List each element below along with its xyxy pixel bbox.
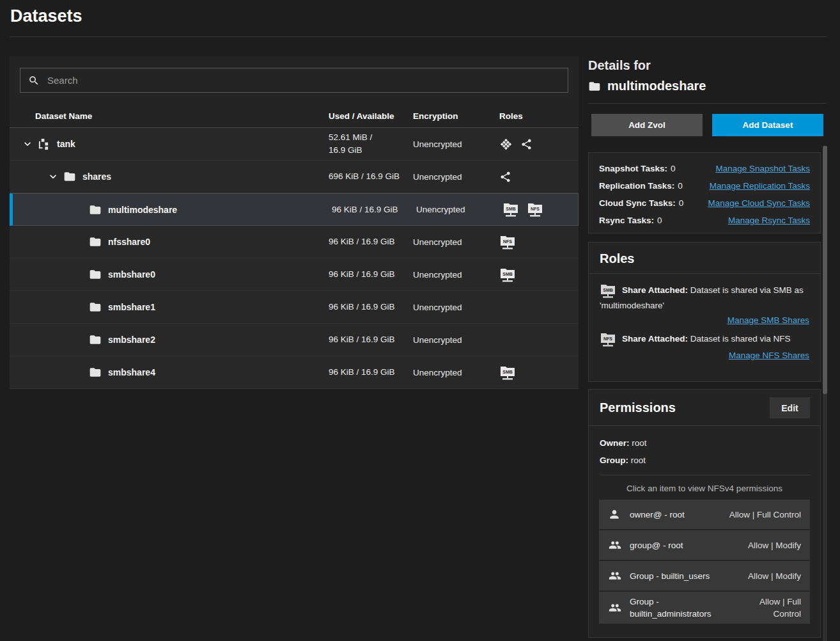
table-row[interactable]: smbshare496 KiB / 16.9 GiBUnencryptedSMB xyxy=(10,356,579,389)
dataset-name-cell: smbshare2 xyxy=(10,333,329,346)
expand-chevron-icon[interactable] xyxy=(45,170,61,183)
encryption-cell: Unencrypted xyxy=(416,205,502,214)
dataset-name: smbshare0 xyxy=(108,269,155,280)
task-row: Replication Tasks:0Manage Replication Ta… xyxy=(599,177,810,194)
role-manage-link[interactable]: Manage NFS Shares xyxy=(729,351,809,360)
share-icon xyxy=(520,138,533,150)
datasets-panel: Dataset Name Used / Available Encryption… xyxy=(10,56,579,389)
folder-icon xyxy=(89,333,102,346)
search-icon xyxy=(28,75,40,86)
search-input[interactable] xyxy=(47,75,560,86)
dataset-name: multimodeshare xyxy=(108,205,177,215)
smb-share-icon: SMB xyxy=(600,283,616,299)
apps-icon xyxy=(499,138,513,151)
task-label: Snapshot Tasks:0 xyxy=(599,164,676,173)
table-row[interactable]: multimodeshare96 KiB / 16.9 GiBUnencrypt… xyxy=(10,193,579,226)
dataset-name: tank xyxy=(57,139,75,149)
details-divider xyxy=(588,103,827,104)
role-label: Share Attached: xyxy=(622,334,688,344)
roles-cell: NFS xyxy=(499,234,579,250)
svg-text:SMB: SMB xyxy=(506,207,516,211)
permission-entry[interactable]: group@ - rootAllow | Modify xyxy=(599,530,810,560)
details-scrollbar-track[interactable] xyxy=(823,146,827,641)
group-line: Group: root xyxy=(589,448,820,465)
dataset-name: smbshare2 xyxy=(108,335,155,345)
add-zvol-button[interactable]: Add Zvol xyxy=(591,114,703,136)
roles-cell xyxy=(499,171,579,183)
used-available-cell: 52.61 MiB / 16.9 GiB xyxy=(329,131,390,157)
encryption-cell: Unencrypted xyxy=(413,303,499,312)
owner-label: Owner: xyxy=(600,438,630,448)
people-icon xyxy=(608,569,623,582)
folder-icon xyxy=(89,301,102,313)
roles-title: Roles xyxy=(600,251,634,266)
used-available-cell: 696 KiB / 16.9 GiB xyxy=(329,170,413,183)
folder-icon xyxy=(588,80,601,93)
permissions-title: Permissions xyxy=(600,400,676,415)
svg-text:NFS: NFS xyxy=(503,239,512,243)
permission-who: Group - builtin_administrators xyxy=(630,596,735,620)
dataset-root-icon xyxy=(38,138,51,150)
people-icon xyxy=(608,539,623,551)
permission-access: Allow | Full Control xyxy=(729,509,801,521)
expand-chevron-icon[interactable] xyxy=(20,138,35,150)
details-scrollbar-thumb[interactable] xyxy=(823,146,827,394)
table-row[interactable]: smbshare096 KiB / 16.9 GiBUnencryptedSMB xyxy=(10,258,579,291)
table-row[interactable]: tank52.61 MiB / 16.9 GiBUnencrypted xyxy=(10,128,579,161)
used-available-cell: 96 KiB / 16.9 GiB xyxy=(332,203,416,216)
permission-who: group@ - root xyxy=(630,539,748,551)
svg-text:SMB: SMB xyxy=(502,271,513,276)
dataset-name: shares xyxy=(82,171,111,182)
dataset-tree: tank52.61 MiB / 16.9 GiBUnencryptedshare… xyxy=(10,128,579,389)
folder-icon xyxy=(89,268,102,281)
permission-entry[interactable]: owner@ - rootAllow | Full Control xyxy=(599,500,810,529)
folder-icon xyxy=(89,366,102,379)
table-row[interactable]: shares696 KiB / 16.9 GiBUnencrypted xyxy=(10,161,579,193)
task-manage-link[interactable]: Manage Rsync Tasks xyxy=(728,216,810,225)
smb-share-icon: SMB xyxy=(499,365,516,381)
table-row[interactable]: smbshare196 KiB / 16.9 GiBUnencrypted xyxy=(10,291,579,324)
roles-cell: SMBNFS xyxy=(502,202,582,218)
dataset-name-cell: multimodeshare xyxy=(13,203,332,216)
encryption-cell: Unencrypted xyxy=(413,270,499,280)
permission-who: Group - builtin_users xyxy=(630,570,748,582)
details-dataset-name: multimodeshare xyxy=(607,79,706,93)
encryption-cell: Unencrypted xyxy=(413,237,499,247)
svg-text:SMB: SMB xyxy=(603,288,613,292)
folder-icon xyxy=(89,203,102,216)
task-manage-link[interactable]: Manage Cloud Sync Tasks xyxy=(708,198,810,208)
used-available-cell: 96 KiB / 16.9 GiB xyxy=(329,333,413,346)
task-manage-link[interactable]: Manage Replication Tasks xyxy=(710,181,810,191)
search-box[interactable] xyxy=(20,68,568,93)
role-manage-link[interactable]: Manage SMB Shares xyxy=(727,315,809,325)
table-row[interactable]: smbshare296 KiB / 16.9 GiBUnencrypted xyxy=(10,324,579,356)
permission-who: owner@ - root xyxy=(630,509,729,521)
nfs-share-icon: NFS xyxy=(499,234,516,250)
table-row[interactable]: nfsshare096 KiB / 16.9 GiBUnencryptedNFS xyxy=(10,226,579,258)
column-header-dataset-name: Dataset Name xyxy=(10,111,329,121)
share-icon xyxy=(499,171,511,183)
permission-entry[interactable]: Group - builtin_usersAllow | Modify xyxy=(599,561,810,590)
details-panel: Details for multimodeshare Add Zvol Add … xyxy=(588,56,827,641)
dataset-name-cell: tank xyxy=(10,138,329,150)
used-available-cell: 96 KiB / 16.9 GiB xyxy=(329,268,413,281)
svg-text:NFS: NFS xyxy=(603,336,612,341)
permissions-divider xyxy=(600,475,809,475)
group-value: root xyxy=(631,455,646,465)
task-row: Cloud Sync Tasks:0Manage Cloud Sync Task… xyxy=(599,194,810,212)
people-icon xyxy=(608,601,623,614)
edit-permissions-button[interactable]: Edit xyxy=(770,397,810,418)
role-item: NFSShare Attached: Dataset is shared via… xyxy=(600,331,809,361)
search-bar xyxy=(10,56,579,104)
dataset-name-cell: shares xyxy=(10,170,329,183)
role-description: Dataset is shared via NFS xyxy=(690,334,791,344)
task-manage-link[interactable]: Manage Snapshot Tasks xyxy=(715,164,810,173)
roles-card: Roles SMBShare Attached: Dataset is shar… xyxy=(588,242,821,382)
permission-entry[interactable]: Group - builtin_administratorsAllow | Fu… xyxy=(599,592,810,624)
svg-text:NFS: NFS xyxy=(531,207,540,211)
folder-icon xyxy=(89,235,102,248)
encryption-cell: Unencrypted xyxy=(413,139,499,149)
svg-text:SMB: SMB xyxy=(502,369,513,374)
add-dataset-button[interactable]: Add Dataset xyxy=(712,114,823,136)
column-header-used-available: Used / Available xyxy=(329,111,413,121)
